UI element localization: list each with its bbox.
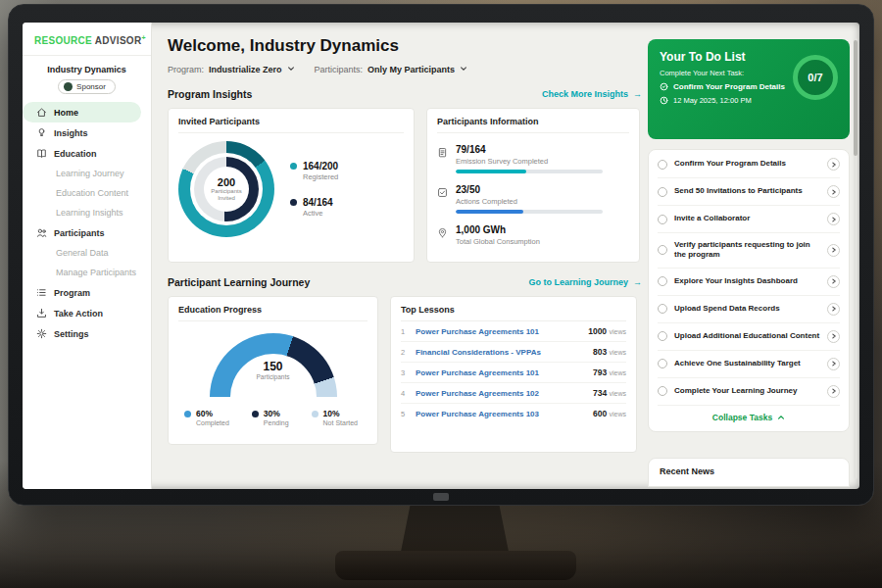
monitor: RESOURCE ADVISOR+ Industry Dynamics Spon… xyxy=(8,4,874,506)
lesson-rank: 2 xyxy=(401,348,409,357)
task-row: Upload Spend Data Records xyxy=(658,296,840,323)
collapse-tasks-button[interactable]: Collapse Tasks xyxy=(658,406,840,430)
chevron-right-icon xyxy=(831,217,837,222)
lesson-link[interactable]: Power Purchase Agreements 101 xyxy=(416,327,581,336)
navy-dot-icon xyxy=(290,199,297,206)
sponsor-label: Sponsor xyxy=(76,82,106,91)
background: RESOURCE ADVISOR+ Industry Dynamics Spon… xyxy=(0,0,882,588)
chevron-right-icon xyxy=(831,333,837,339)
sidebar-item-take-action[interactable]: Take Action xyxy=(23,303,151,323)
sidebar-item-program[interactable]: Program xyxy=(23,282,151,303)
task-checkbox[interactable] xyxy=(658,215,667,224)
task-open-button[interactable] xyxy=(827,358,840,370)
task-label: Invite a Collaborator xyxy=(674,214,820,223)
sidebar-item-education-content[interactable]: Education Content xyxy=(23,183,151,203)
sidebar-item-settings[interactable]: Settings xyxy=(23,323,151,344)
lesson-link[interactable]: Power Purchase Agreements 103 xyxy=(416,410,586,418)
monitor-screen: RESOURCE ADVISOR+ Industry Dynamics Spon… xyxy=(23,23,859,489)
lesson-views: 600 xyxy=(593,409,607,418)
monitor-logo xyxy=(433,493,449,501)
task-open-button[interactable] xyxy=(827,303,840,316)
lesson-views: 1000 xyxy=(588,326,607,336)
survey-label: Emission Survey Completed xyxy=(456,157,603,166)
task-open-button[interactable] xyxy=(827,385,840,398)
todo-progress-value: 0/7 xyxy=(808,72,822,83)
circle-check-icon xyxy=(660,82,668,91)
task-checkbox[interactable] xyxy=(658,331,667,341)
chevron-down-icon xyxy=(287,65,295,74)
section-title-learning-journey: Participant Learning Journey xyxy=(168,276,310,288)
sidebar-item-education[interactable]: Education xyxy=(23,143,151,164)
lesson-link[interactable]: Power Purchase Agreements 101 xyxy=(416,368,586,377)
arrow-right-icon: → xyxy=(633,277,642,287)
legend-active: 84/164 Active xyxy=(290,197,338,218)
task-checkbox[interactable] xyxy=(658,187,667,197)
chevron-right-icon xyxy=(831,278,837,284)
registered-value: 164/200 xyxy=(303,161,338,172)
lesson-link[interactable]: Power Purchase Agreements 102 xyxy=(416,389,586,398)
sidebar-item-manage-participants[interactable]: Manage Participants xyxy=(23,263,151,282)
check-more-insights-link[interactable]: Check More Insights → xyxy=(542,89,642,99)
chevron-right-icon xyxy=(831,247,837,253)
consumption-value: 1,000 GWh xyxy=(456,224,540,235)
sidebar-item-home[interactable]: Home xyxy=(23,102,141,122)
donut-center-value: 200 xyxy=(218,176,235,188)
link-label: Check More Insights xyxy=(542,89,628,99)
card-title: Education Progress xyxy=(178,305,368,321)
actions-progress-fill xyxy=(456,210,523,214)
survey-progress-fill xyxy=(456,170,526,173)
todo-task-list: Confirm Your Program Details Send 50 Inv… xyxy=(648,149,850,432)
lesson-row: 3 Power Purchase Agreements 101 793 view… xyxy=(401,363,626,383)
task-checkbox[interactable] xyxy=(658,359,667,368)
task-open-button[interactable] xyxy=(827,330,840,343)
lesson-link[interactable]: Financial Considerations - VPPAs xyxy=(416,348,586,357)
sponsor-badge[interactable]: Sponsor xyxy=(58,79,116,94)
lesson-views-label: views xyxy=(609,328,626,335)
gear-icon xyxy=(36,328,47,339)
task-open-button[interactable] xyxy=(827,244,840,257)
sidebar-item-learning-journey[interactable]: Learning Journey xyxy=(23,164,151,183)
main-content: Welcome, Industry Dynamics Program: Indu… xyxy=(152,23,650,489)
pending-value: 30% xyxy=(264,409,289,418)
sidebar-item-learning-insights[interactable]: Learning Insights xyxy=(23,203,151,222)
sidebar-item-participants[interactable]: Participants xyxy=(23,222,151,243)
home-icon xyxy=(36,107,47,118)
actions-progress-track xyxy=(456,210,603,214)
task-label: Upload Spend Data Records xyxy=(674,304,820,314)
scrollbar-thumb[interactable] xyxy=(854,40,858,156)
task-open-button[interactable] xyxy=(827,158,840,171)
task-checkbox[interactable] xyxy=(658,276,667,286)
task-checkbox[interactable] xyxy=(658,304,667,314)
recent-news-title: Recent News xyxy=(660,466,714,476)
legend-pending: 30% Pending xyxy=(252,409,289,426)
insights-icon xyxy=(36,127,47,138)
task-open-button[interactable] xyxy=(827,185,840,198)
task-checkbox[interactable] xyxy=(658,160,667,170)
legend-not-started: 10% Not Started xyxy=(312,409,358,426)
sidebar-item-label: Take Action xyxy=(54,309,103,318)
chevron-right-icon xyxy=(831,306,837,312)
program-select[interactable]: Program: Industrialize Zero xyxy=(168,65,295,74)
app-logo: RESOURCE ADVISOR+ xyxy=(23,23,151,56)
task-label: Confirm Your Program Details xyxy=(674,159,820,169)
task-open-button[interactable] xyxy=(827,275,840,288)
participants-select[interactable]: Participants: Only My Participants xyxy=(315,65,468,74)
donut-legend: 164/200 Registered 84/164 Active xyxy=(290,161,338,218)
scrollbar-track[interactable] xyxy=(854,38,858,479)
task-row: Complete Your Learning Journey xyxy=(658,378,840,406)
actions-label: Actions Completed xyxy=(456,197,603,206)
sponsor-icon xyxy=(64,82,73,91)
program-select-value: Industrialize Zero xyxy=(209,65,282,74)
lesson-rank: 1 xyxy=(401,327,409,336)
task-checkbox[interactable] xyxy=(658,245,667,255)
go-to-learning-journey-link[interactable]: Go to Learning Journey → xyxy=(528,277,642,287)
education-icon xyxy=(36,148,47,159)
lesson-views: 793 xyxy=(593,368,607,377)
sidebar-item-label: Home xyxy=(54,108,78,118)
task-row: Explore Your Insights Dashboard xyxy=(658,269,840,296)
sidebar-item-insights[interactable]: Insights xyxy=(23,122,151,143)
task-checkbox[interactable] xyxy=(658,386,667,396)
sidebar-item-general-data[interactable]: General Data xyxy=(23,243,151,263)
lesson-row: 1 Power Purchase Agreements 101 1000 vie… xyxy=(401,321,626,342)
task-open-button[interactable] xyxy=(827,213,840,225)
